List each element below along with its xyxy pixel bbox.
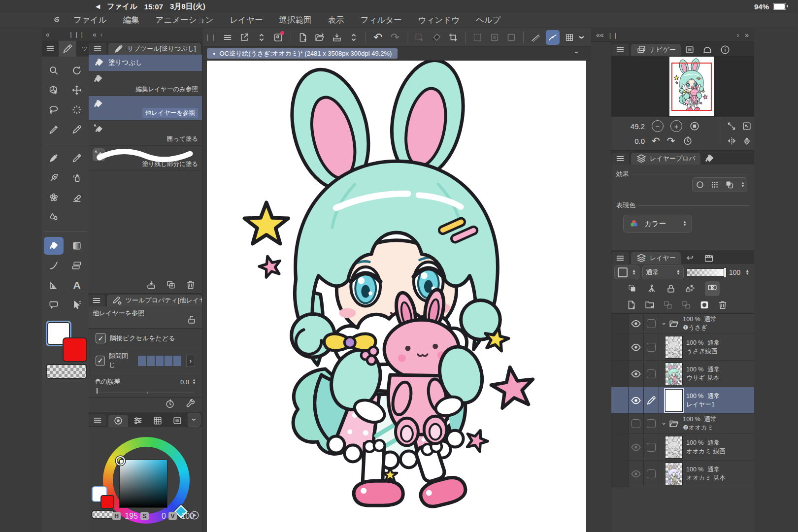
- transfer-to-lower-layer-icon[interactable]: [663, 299, 673, 310]
- layer-color-effect-button[interactable]: [724, 179, 735, 190]
- lock-transparent-pixels-icon[interactable]: [685, 283, 696, 294]
- color-wheel-tab[interactable]: [108, 415, 128, 427]
- layer-visibility-toggle[interactable]: [629, 387, 644, 413]
- collapse-right-icon[interactable]: ««: [596, 31, 604, 39]
- tool-rotate-view[interactable]: [66, 61, 89, 80]
- tool-eraser[interactable]: [66, 188, 89, 207]
- tool-ruler[interactable]: [42, 275, 66, 295]
- panel-drag-handle[interactable]: ❘❘❘: [68, 31, 85, 38]
- layer-checkbox[interactable]: [644, 314, 659, 333]
- duplicate-subtool-icon[interactable]: [166, 279, 176, 290]
- layer-checkbox[interactable]: [644, 434, 659, 460]
- layer-visibility-toggle[interactable]: [629, 334, 644, 360]
- close-gap-checkbox[interactable]: ✓: [96, 356, 105, 366]
- navigator-view-frame[interactable]: [671, 63, 712, 111]
- clip-to-layer-below-icon[interactable]: [627, 283, 638, 294]
- information-tab[interactable]: [716, 43, 734, 56]
- fit-window-button[interactable]: [726, 121, 737, 132]
- redo-button[interactable]: ↷: [388, 30, 402, 45]
- sub-color-swatch[interactable]: [63, 337, 87, 362]
- tool-lasso-select[interactable]: [42, 100, 66, 120]
- new-layer-folder-icon[interactable]: [644, 299, 655, 310]
- layers-panel-menu[interactable]: [611, 252, 629, 264]
- deselect-button[interactable]: [470, 30, 484, 45]
- snap-to-ruler-button[interactable]: [529, 30, 542, 45]
- tool-tab-pen[interactable]: [59, 41, 76, 57]
- onion-skin-icon[interactable]: [646, 283, 657, 294]
- tool-property-tab[interactable]: ツールプロパティ[他レイヤ: [107, 295, 202, 306]
- collapse-left-icon[interactable]: «: [46, 31, 50, 38]
- merge-with-lower-layer-icon[interactable]: [681, 299, 692, 310]
- menu-window[interactable]: ウィンドウ: [418, 15, 460, 26]
- lock-layer-icon[interactable]: [665, 283, 676, 294]
- subtool-panel-tab[interactable]: サブツール[塗りつぶし]: [108, 43, 201, 55]
- tool-line-correct[interactable]: [66, 295, 89, 315]
- tool-property-menu[interactable]: [89, 295, 105, 306]
- color-set-tab[interactable]: [148, 415, 167, 427]
- layers-tab[interactable]: レイヤー: [631, 252, 681, 264]
- flip-vertical-button[interactable]: [741, 135, 752, 146]
- tabbar-collapse-chevron[interactable]: ›: [573, 51, 581, 54]
- edit-external-button[interactable]: [237, 30, 251, 45]
- subtool-item-paint-unfilled-area[interactable]: 塗り残し部分に塗る: [89, 146, 202, 171]
- tool-blend[interactable]: [42, 207, 66, 227]
- fill-button[interactable]: [429, 30, 443, 45]
- tool-move-layer[interactable]: [66, 80, 89, 100]
- navigator-preview[interactable]: [611, 56, 754, 117]
- transparent-color-swatch[interactable]: [46, 364, 87, 379]
- palette-color-button[interactable]: ▲▼: [614, 266, 639, 279]
- tool-pen[interactable]: [66, 120, 89, 139]
- tool-eyedropper[interactable]: [42, 120, 66, 139]
- tool-balloon[interactable]: [42, 295, 66, 315]
- collapse-subtool-arrow[interactable]: ‹: [100, 31, 103, 38]
- layer-visibility-toggle[interactable]: [629, 314, 644, 333]
- tone-effect-button[interactable]: [709, 179, 720, 190]
- rotate-left-button[interactable]: ↶: [652, 135, 660, 147]
- tool-auto-select[interactable]: [66, 100, 89, 120]
- layer-property-extra-tab[interactable]: [700, 152, 718, 165]
- layer-checkbox[interactable]: [644, 334, 659, 360]
- saturation-value-square[interactable]: [119, 460, 167, 508]
- color-panel-sub-swatch[interactable]: [100, 495, 114, 509]
- menu-filter[interactable]: フィルター: [361, 15, 402, 26]
- tool-text[interactable]: A: [66, 275, 89, 295]
- navigator-menu[interactable]: [611, 44, 629, 56]
- undo-button[interactable]: ↶: [371, 30, 385, 45]
- unlock-icon[interactable]: [186, 314, 197, 325]
- layer-row-selected[interactable]: 100 %通常レイヤー1: [611, 387, 754, 414]
- subtool-item-refer-other-layers[interactable]: 他レイヤーを参照: [89, 96, 202, 121]
- clip-studio-logo[interactable]: [52, 15, 63, 26]
- expand-right-arrow[interactable]: ›: [737, 31, 739, 39]
- commandbar-collapse-chevron[interactable]: ›: [575, 35, 588, 39]
- tool-figure[interactable]: [42, 256, 66, 275]
- close-gap-expand-arrow[interactable]: ›: [186, 355, 195, 367]
- layer-folder-row[interactable]: › 100 %通常❶うさぎ: [611, 314, 754, 334]
- effect-stepper[interactable]: ▲▼: [741, 182, 745, 188]
- tool-zoom[interactable]: [42, 61, 66, 80]
- expand-right-icon[interactable]: »: [745, 31, 749, 39]
- clip-studio-badge-button[interactable]: [271, 30, 285, 45]
- reference-layer-button[interactable]: [705, 281, 720, 296]
- layer-row[interactable]: 100 %通常ウサギ 見本: [611, 361, 754, 387]
- fit-to-screen-button[interactable]: [689, 121, 700, 132]
- sv-picker-handle[interactable]: [116, 456, 125, 466]
- back-to-app-icon[interactable]: ◀: [96, 3, 100, 10]
- layer-row[interactable]: 100 %通常うさぎ線画: [611, 334, 754, 361]
- flip-horizontal-button[interactable]: [726, 135, 737, 146]
- menu-selection[interactable]: 選択範囲: [279, 15, 312, 26]
- menu-help[interactable]: ヘルプ: [476, 15, 501, 26]
- close-gap-level-selector[interactable]: [138, 356, 181, 366]
- menu-animation[interactable]: アニメーション: [156, 15, 214, 26]
- new-canvas-button[interactable]: [296, 30, 309, 45]
- menu-file[interactable]: ファイル: [73, 15, 107, 26]
- main-menu-button[interactable]: [221, 30, 234, 45]
- layer-property-menu[interactable]: [611, 153, 629, 165]
- tool-airbrush[interactable]: [66, 168, 89, 188]
- layer-mask-icon[interactable]: [699, 299, 710, 310]
- right-drag-handle[interactable]: ❘❘: [607, 32, 618, 39]
- document-tab[interactable]: ● OC塗り絵(うさぎ:オオカミ)* (2481 x 3508px 300dpi…: [207, 48, 398, 59]
- subtool-item-refer-editing-layer[interactable]: 編集レイヤーのみ参照: [89, 71, 202, 96]
- reset-tool-icon[interactable]: [165, 399, 175, 409]
- tool-pencil[interactable]: [66, 148, 89, 168]
- layer-row[interactable]: 100 %通常オオカミ 線画: [611, 434, 754, 461]
